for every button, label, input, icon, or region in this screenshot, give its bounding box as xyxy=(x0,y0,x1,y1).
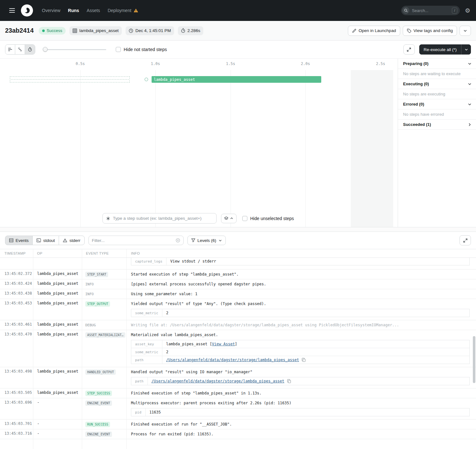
re-execute-all-button[interactable]: Re-execute all (*) xyxy=(419,44,461,55)
metadata-text: 11635 xyxy=(149,410,161,414)
gantt-toolbar: Hide not started steps Re-execute all (*… xyxy=(0,41,476,59)
log-info-cell: Multiprocess executor: parent process ex… xyxy=(127,398,476,419)
status-section-errored[interactable]: Errored (0) xyxy=(398,99,476,109)
metadata-key: some_metric xyxy=(131,309,162,317)
tab-stdout[interactable]: stdout xyxy=(32,236,59,245)
metadata-table: captured_logsView stdout / stderr xyxy=(131,258,470,265)
event-type-badge[interactable]: STEP_OUTPUT xyxy=(85,301,110,307)
flat-view-button[interactable] xyxy=(5,45,15,54)
log-event-type-cell: ASSET_MATERIALIZAT… xyxy=(82,330,127,367)
warning-icon xyxy=(63,238,67,242)
log-timestamp[interactable]: 13:45:03.461 xyxy=(0,320,33,330)
metadata-row: captured_logsView stdout / stderr xyxy=(131,258,469,265)
log-row: 13:45:03.461lambda_pipes_assetDEBUGWriti… xyxy=(0,320,476,330)
status-label: Success xyxy=(47,28,62,33)
fullscreen-icon xyxy=(407,47,411,52)
event-type-badge[interactable]: ASSET_MATERIALIZAT… xyxy=(85,332,125,338)
metadata-row: path/Users/alangenfeld/data/dagster/stor… xyxy=(131,377,469,385)
log-row: 13:45:03.424lambda_pipes_assetINFO[pipes… xyxy=(0,279,476,289)
logs-fullscreen-button[interactable] xyxy=(460,235,471,245)
checkbox-box[interactable] xyxy=(242,216,247,221)
log-panel: Eventsstdoutstderr Filter... Levels (6) … xyxy=(0,232,476,449)
event-type-badge[interactable]: STEP_SUCCESS xyxy=(85,391,112,396)
log-timestamp[interactable]: 13:45:02.372 xyxy=(0,270,33,279)
log-op: - xyxy=(33,398,82,419)
log-timestamp[interactable]: 13:45:03.505 xyxy=(0,388,33,398)
top-nav-items: OverviewRunsAssetsDeployment xyxy=(42,8,138,13)
metadata-row: path/Users/alangenfeld/data/dagster/stor… xyxy=(131,356,469,364)
log-timestamp[interactable]: 13:45:03.470 xyxy=(0,330,33,367)
log-timestamp[interactable]: 13:45:03.498 xyxy=(0,367,33,388)
nav-item-runs[interactable]: Runs xyxy=(68,8,79,13)
nav-item-deployment[interactable]: Deployment xyxy=(108,8,138,13)
run-actions-dropdown[interactable] xyxy=(460,26,471,36)
log-timestamp[interactable]: 13:45:03.696 xyxy=(0,398,33,419)
event-type-badge[interactable]: RUN_SUCCESS xyxy=(85,422,110,427)
log-op xyxy=(33,258,82,269)
log-timestamp[interactable]: 13:45:03.716 xyxy=(0,429,33,439)
event-type-badge[interactable]: HANDLED_OUTPUT xyxy=(85,369,116,375)
log-info-cell: Writing file at: /Users/alangenfeld/data… xyxy=(127,320,476,330)
tab-label: stderr xyxy=(69,238,81,243)
gantt-step-bar[interactable]: lambda_pipes_asset xyxy=(152,76,321,83)
log-message: Yielded output "result" of type "Any". (… xyxy=(131,301,472,307)
view-tags-config-button[interactable]: View tags and config xyxy=(403,26,457,36)
gantt-fullscreen-button[interactable] xyxy=(403,44,415,55)
search-shortcut-key: / xyxy=(452,8,457,14)
log-filter-input[interactable]: Filter... xyxy=(88,236,184,245)
log-row: captured_logsView stdout / stderr xyxy=(0,258,476,270)
nav-item-assets[interactable]: Assets xyxy=(87,8,100,13)
hide-not-started-checkbox[interactable]: Hide not started steps xyxy=(116,47,167,52)
log-op[interactable]: lambda_pipes_asset xyxy=(33,270,82,279)
levels-dropdown[interactable]: Levels (6) xyxy=(187,236,226,245)
tab-stderr[interactable]: stderr xyxy=(59,236,85,245)
log-op[interactable]: lambda_pipes_asset xyxy=(33,289,82,299)
log-op[interactable]: lambda_pipes_asset xyxy=(33,367,82,388)
tab-events[interactable]: Events xyxy=(5,236,33,245)
event-type-badge[interactable]: ENGINE_EVENT xyxy=(85,432,112,437)
log-op[interactable]: lambda_pipes_asset xyxy=(33,320,82,330)
event-type-badge[interactable]: STEP_START xyxy=(85,272,108,277)
open-launchpad-button[interactable]: Open in Launchpad xyxy=(348,26,400,36)
dagster-logo-icon[interactable] xyxy=(21,4,33,16)
metadata-link[interactable]: View Asset xyxy=(212,342,235,346)
metadata-link[interactable]: /Users/alangenfeld/data/dagster/storage/… xyxy=(152,379,284,383)
log-op[interactable]: lambda_pipes_asset xyxy=(33,330,82,367)
log-op[interactable]: lambda_pipes_asset xyxy=(33,279,82,289)
log-op[interactable]: lambda_pipes_asset xyxy=(33,388,82,398)
zoom-slider-knob[interactable] xyxy=(43,47,48,52)
metadata-link[interactable]: /Users/alangenfeld/data/dagster/storage/… xyxy=(166,358,299,362)
settings-button[interactable]: ⚙ xyxy=(465,8,470,14)
log-op[interactable]: lambda_pipes_asset xyxy=(33,299,82,320)
log-timestamp[interactable]: 13:45:03.453 xyxy=(0,299,33,320)
nav-item-overview[interactable]: Overview xyxy=(42,8,60,13)
waterfall-view-button[interactable] xyxy=(15,45,25,54)
log-timestamp[interactable]: 13:45:03.424 xyxy=(0,279,33,289)
checkbox-box[interactable] xyxy=(116,47,121,52)
panel-resize-handle[interactable] xyxy=(0,227,476,232)
step-subset-input[interactable]: Type a step subset (ex: lambda_pipes_ass… xyxy=(102,213,217,224)
status-section-succeeded[interactable]: Succeeded (1) xyxy=(398,120,476,130)
app-root: OverviewRunsAssetsDeployment Search... /… xyxy=(0,0,476,449)
search-input[interactable]: Search... / xyxy=(401,6,460,15)
menu-button[interactable] xyxy=(6,4,18,17)
copy-icon[interactable] xyxy=(287,379,291,383)
log-scrollbar[interactable] xyxy=(473,336,475,383)
clear-filter-icon[interactable] xyxy=(176,238,180,243)
status-section-executing[interactable]: Executing (0) xyxy=(398,79,476,89)
graph-options-button[interactable] xyxy=(221,214,237,223)
copy-icon[interactable] xyxy=(302,358,306,362)
log-message: Handled output "result" using IO manager… xyxy=(131,369,472,375)
log-info-cell xyxy=(127,439,476,449)
timed-view-button[interactable] xyxy=(25,45,35,54)
log-timestamp[interactable]: 13:45:03.701 xyxy=(0,420,33,429)
status-section-preparing[interactable]: Preparing (0) xyxy=(398,59,476,69)
status-badge: Success xyxy=(39,27,66,35)
status-section-label: Preparing (0) xyxy=(403,61,428,66)
job-chip[interactable]: lambda_pipes_asset xyxy=(69,26,122,35)
event-type-badge[interactable]: ENGINE_EVENT xyxy=(85,400,112,406)
log-timestamp[interactable]: 13:45:03.438 xyxy=(0,289,33,299)
zoom-slider[interactable] xyxy=(43,45,106,54)
hide-unselected-checkbox[interactable]: Hide unselected steps xyxy=(242,216,294,221)
re-execute-dropdown[interactable] xyxy=(461,44,471,55)
